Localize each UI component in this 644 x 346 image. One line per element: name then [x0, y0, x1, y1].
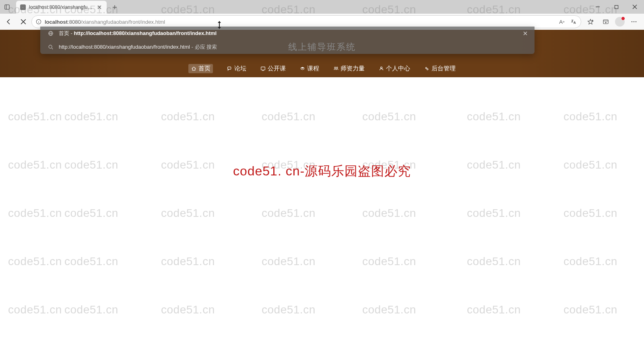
watermark-text: code51.cn [362, 207, 416, 220]
site-info-icon[interactable] [36, 19, 41, 25]
home-icon [191, 66, 197, 72]
url-text: localhost:8080/xianshangfudaoban/front/i… [45, 19, 165, 25]
watermark-text: code51.cn [161, 207, 215, 220]
svg-rect-33 [228, 67, 231, 69]
nav-label: 课程 [307, 65, 319, 72]
url-port: :8080 [68, 19, 81, 25]
watermark-text: code51.cn [161, 255, 215, 268]
suggestion-history[interactable]: 首页 - http://localhost:8080/xianshangfuda… [40, 27, 535, 40]
nav-label: 公开课 [268, 65, 286, 72]
nav-label: 论坛 [234, 65, 246, 72]
collections-icon[interactable] [600, 16, 612, 28]
translate-icon[interactable] [570, 18, 577, 25]
svg-line-32 [52, 48, 53, 49]
suggestion-url: http://localhost:8080/xianshangfudaoban/… [74, 30, 217, 36]
svg-point-22 [632, 21, 633, 23]
suggestion-remove-icon[interactable] [523, 31, 527, 37]
browser-tab[interactable]: · localhost:8080/xianshangfudaob [16, 1, 107, 14]
watermark-text: code51.cn [8, 110, 62, 123]
window-close-button[interactable] [625, 0, 644, 14]
class-icon [260, 66, 266, 72]
page-content: code51.cncode51.cncode51.cncode51.cncode… [0, 30, 644, 346]
tab-favicon: · [20, 4, 26, 10]
toolbar-right [583, 16, 642, 28]
stop-button[interactable] [17, 15, 30, 28]
tab-title: localhost:8080/xianshangfudaob [29, 4, 93, 10]
nav-item-teacher[interactable]: 师资力量 [333, 64, 365, 73]
address-suggestions: 首页 - http://localhost:8080/xianshangfuda… [40, 27, 535, 54]
nav-label: 首页 [198, 65, 211, 72]
watermark-text: code51.cn [564, 303, 617, 316]
nav-label: 后台管理 [431, 65, 456, 72]
watermark-text: code51.cn [262, 110, 316, 123]
tab-actions-button[interactable] [0, 0, 14, 14]
url-host: localhost [45, 19, 68, 25]
svg-point-36 [334, 67, 335, 68]
course-icon [299, 66, 305, 72]
watermark-text: code51.cn [467, 303, 521, 316]
favorites-icon[interactable] [584, 16, 597, 28]
nav-label: 师资力量 [341, 65, 365, 72]
suggestion-title: 首页 [59, 30, 69, 36]
back-button[interactable] [2, 15, 15, 28]
watermark-text: code51.cn [467, 207, 521, 220]
svg-line-41 [427, 68, 427, 69]
nav-label: 个人中心 [386, 65, 410, 72]
watermark-text: code51.cn [8, 303, 62, 316]
window-controls [588, 0, 644, 14]
watermark-text: code51.cn [362, 110, 416, 123]
watermark-text: code51.cn [362, 303, 416, 316]
nav-item-user[interactable]: 个人中心 [378, 64, 410, 73]
watermark-text: code51.cn [564, 255, 617, 268]
watermark-text: code51.cn [8, 207, 62, 220]
svg-point-37 [336, 67, 337, 68]
watermark-text: code51.cn [64, 255, 118, 268]
watermark-text: code51.cn [564, 110, 617, 123]
forum-icon [227, 66, 233, 72]
watermark-text: code51.cn [262, 207, 316, 220]
watermark-text: code51.cn [8, 255, 62, 268]
titlebar: · localhost:8080/xianshangfudaob [0, 0, 644, 14]
admin-icon [424, 66, 430, 72]
main-nav: 首页论坛公开课课程师资力量个人中心后台管理 [0, 64, 644, 73]
read-aloud-icon[interactable]: A» [558, 18, 566, 25]
nav-item-class[interactable]: 公开课 [260, 64, 286, 73]
watermark-text: code51.cn [161, 110, 215, 123]
watermark-text: code51.cn [64, 207, 118, 220]
more-icon[interactable] [628, 16, 640, 28]
suggestion-hint-sep: - [190, 44, 195, 50]
watermark-text: code51.cn [467, 255, 521, 268]
browser-chrome: · localhost:8080/xianshangfudaob localho… [0, 0, 644, 30]
svg-point-31 [49, 45, 52, 48]
watermark-text: code51.cn [262, 303, 316, 316]
svg-point-24 [636, 21, 637, 23]
watermark-text: code51.cn [161, 303, 215, 316]
svg-rect-34 [261, 67, 265, 70]
suggestion-search[interactable]: http://localhost:8080/xianshangfudaoban/… [40, 40, 535, 54]
tab-close-icon[interactable] [96, 4, 103, 10]
center-message: code51. cn-源码乐园盗图必究 [0, 163, 644, 180]
new-tab-button[interactable] [109, 2, 120, 13]
nav-item-course[interactable]: 课程 [299, 64, 319, 73]
profile-avatar[interactable] [615, 17, 625, 27]
svg-rect-7 [615, 5, 618, 8]
svg-point-23 [634, 21, 635, 23]
svg-rect-0 [4, 4, 9, 9]
watermark-text: code51.cn [564, 207, 617, 220]
watermark-text: code51.cn [64, 110, 118, 123]
window-minimize-button[interactable] [588, 0, 607, 14]
watermark-text: code51.cn [362, 255, 416, 268]
window-maximize-button[interactable] [607, 0, 625, 14]
nav-item-home[interactable]: 首页 [188, 64, 213, 73]
globe-icon [47, 30, 54, 37]
suggestion-sep: - [69, 30, 74, 36]
svg-point-39 [425, 67, 427, 68]
suggestion-text: http://localhost:8080/xianshangfudaoban/… [59, 44, 190, 50]
nav-item-admin[interactable]: 后台管理 [424, 64, 456, 73]
nav-item-forum[interactable]: 论坛 [227, 64, 246, 73]
url-path: /xianshangfudaoban/front/index.html [81, 19, 165, 25]
user-icon [378, 66, 384, 72]
watermark-text: code51.cn [467, 110, 521, 123]
watermark-text: code51.cn [64, 303, 118, 316]
search-icon [47, 44, 54, 50]
